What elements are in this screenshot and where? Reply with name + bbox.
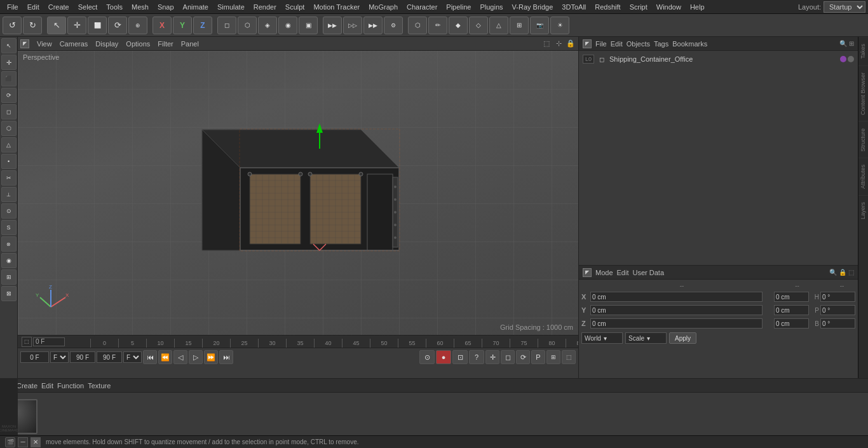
- menu-plugins[interactable]: Plugins: [475, 2, 507, 12]
- mat-function-menu[interactable]: Function: [57, 382, 84, 390]
- menu-script[interactable]: Script: [625, 2, 652, 12]
- viewport-lock-icon[interactable]: 🔒: [566, 39, 576, 49]
- h-field[interactable]: 0 °: [820, 292, 855, 302]
- search-icon[interactable]: 🔍: [839, 40, 847, 47]
- scale-tool-button[interactable]: ⬜: [88, 17, 107, 34]
- play-button[interactable]: ▷: [189, 350, 203, 364]
- structure-tab[interactable]: Structure: [858, 121, 868, 158]
- step-forward-button[interactable]: ⏩: [204, 350, 218, 364]
- lt-smooth-button[interactable]: ◉: [1, 253, 17, 268]
- lt-scale-button[interactable]: ⬛: [1, 71, 17, 86]
- tangent-button[interactable]: ⟳: [516, 350, 530, 364]
- object-mode-button[interactable]: ◻: [217, 17, 236, 34]
- status-icon-1[interactable]: 🎬: [5, 437, 15, 447]
- goto-end-button[interactable]: ⏭: [219, 350, 233, 364]
- move-tool-button[interactable]: ✛: [67, 17, 86, 34]
- y-rot-field[interactable]: 0 cm: [774, 305, 809, 315]
- attributes-tab[interactable]: Attributes: [858, 158, 868, 195]
- step-back-button[interactable]: ⏪: [158, 350, 172, 364]
- attr-lock-icon[interactable]: 🔒: [839, 269, 846, 276]
- play-back-button[interactable]: ◁: [173, 350, 187, 364]
- menu-help[interactable]: Help: [686, 2, 709, 12]
- menu-mograph[interactable]: MoGraph: [364, 2, 402, 12]
- render-queue-button[interactable]: ▶▶: [363, 17, 383, 34]
- menu-sculpt[interactable]: Sculpt: [281, 2, 309, 12]
- nurbs-button[interactable]: ◆: [449, 17, 468, 34]
- content-browser-tab[interactable]: Content Browser: [858, 65, 868, 121]
- obj-manager-corner[interactable]: ◤: [583, 39, 592, 48]
- menu-window[interactable]: Window: [652, 2, 686, 12]
- rotate-tool-button[interactable]: ⟳: [108, 17, 127, 34]
- x-pos-field[interactable]: 0 cm: [590, 292, 763, 302]
- preview-button[interactable]: P: [531, 350, 545, 364]
- menu-select[interactable]: Select: [74, 2, 102, 12]
- mat-create-menu[interactable]: Create: [17, 382, 37, 390]
- p-field[interactable]: 0 °: [820, 305, 855, 315]
- attr-mode-menu[interactable]: Mode: [595, 269, 613, 276]
- lt-mode2-button[interactable]: ⊠: [1, 286, 17, 301]
- viewport-canvas[interactable]: Perspective: [18, 51, 578, 335]
- menu-motion-tracker[interactable]: Motion Tracker: [309, 2, 364, 12]
- y-axis-button[interactable]: Y: [173, 17, 192, 34]
- render-button[interactable]: ▷▷: [343, 17, 362, 34]
- poly-pen-button[interactable]: △: [489, 17, 508, 34]
- light-button[interactable]: ☀: [550, 17, 569, 34]
- mat-edit-menu[interactable]: Edit: [41, 382, 53, 390]
- camera-button[interactable]: 📷: [530, 17, 549, 34]
- obj-edit-menu[interactable]: Edit: [611, 40, 623, 48]
- pen-button[interactable]: ✏: [428, 17, 447, 34]
- perspective-button[interactable]: ⬡: [408, 17, 427, 34]
- window-minimize-button[interactable]: ─: [18, 437, 28, 447]
- lt-edge-button[interactable]: △: [1, 137, 17, 153]
- x-rot-field[interactable]: 0 cm: [774, 292, 809, 302]
- frame-selector[interactable]: F: [50, 351, 69, 363]
- menu-vray-bridge[interactable]: V-Ray Bridge: [508, 2, 558, 12]
- apply-button[interactable]: Apply: [669, 332, 696, 344]
- lt-mode1-button[interactable]: ⊞: [1, 269, 17, 285]
- attr-expand-icon[interactable]: ⬚: [848, 269, 854, 276]
- motion-button[interactable]: ✛: [485, 350, 499, 364]
- menu-create[interactable]: Create: [44, 2, 74, 12]
- viewport-expand-icon[interactable]: ⬚: [541, 39, 552, 49]
- scale-dropdown[interactable]: Scale ▾: [625, 332, 667, 344]
- redo-button[interactable]: ↻: [23, 17, 42, 34]
- y-pos-field[interactable]: 0 cm: [590, 305, 763, 315]
- viewport-filter-menu[interactable]: Filter: [158, 40, 173, 48]
- record-button[interactable]: ●: [436, 350, 451, 364]
- viewport-options-menu[interactable]: Options: [126, 40, 150, 48]
- lt-paint-button[interactable]: S: [1, 220, 17, 235]
- menu-redshift[interactable]: Redshift: [590, 2, 625, 12]
- lt-rotate-button[interactable]: ⟳: [1, 88, 17, 103]
- lt-clone-button[interactable]: ⊗: [1, 236, 17, 252]
- help-button[interactable]: ?: [469, 350, 484, 364]
- layers-tab[interactable]: Layers: [858, 195, 868, 226]
- grid-button[interactable]: ⊞: [510, 17, 529, 34]
- lt-move-button[interactable]: ✛: [1, 55, 17, 70]
- obj-bookmarks-menu[interactable]: Bookmarks: [672, 40, 707, 48]
- menu-edit[interactable]: Edit: [23, 2, 44, 12]
- window-close-button[interactable]: ✕: [31, 437, 41, 447]
- transform-tool-button[interactable]: ⊕: [128, 17, 147, 34]
- menu-mesh[interactable]: Mesh: [127, 2, 153, 12]
- menu-snap[interactable]: Snap: [153, 2, 179, 12]
- autokey-button[interactable]: ⊙: [419, 350, 435, 364]
- viewport-nav-icon[interactable]: ⊹: [553, 39, 564, 49]
- attr-corner[interactable]: ◤: [583, 268, 592, 277]
- attr-userdata-menu[interactable]: User Data: [633, 269, 665, 276]
- viewport-view-menu[interactable]: View: [37, 40, 52, 48]
- timeline-end-frame-input[interactable]: [70, 351, 95, 363]
- menu-3dtoall[interactable]: 3DToAll: [557, 2, 590, 12]
- b-field[interactable]: 0 °: [820, 318, 855, 329]
- attr-edit-menu[interactable]: Edit: [617, 269, 629, 276]
- obj-item-shipping-container[interactable]: L0 ◻ Shipping_Container_Office: [580, 52, 857, 66]
- render-view-button[interactable]: ▶▶: [323, 17, 342, 34]
- select-all-button[interactable]: ▣: [299, 17, 318, 34]
- lt-spline-button[interactable]: ⬡: [1, 121, 17, 136]
- viewport-panel-menu[interactable]: Panel: [181, 40, 199, 48]
- timeline-start-frame[interactable]: 0 F: [33, 337, 65, 346]
- lt-point-button[interactable]: •: [1, 154, 17, 169]
- timeline-preview-end-input[interactable]: [97, 351, 122, 363]
- z-rot-field[interactable]: 0 cm: [774, 318, 809, 329]
- menu-file[interactable]: File: [3, 2, 23, 12]
- menu-tools[interactable]: Tools: [102, 2, 127, 12]
